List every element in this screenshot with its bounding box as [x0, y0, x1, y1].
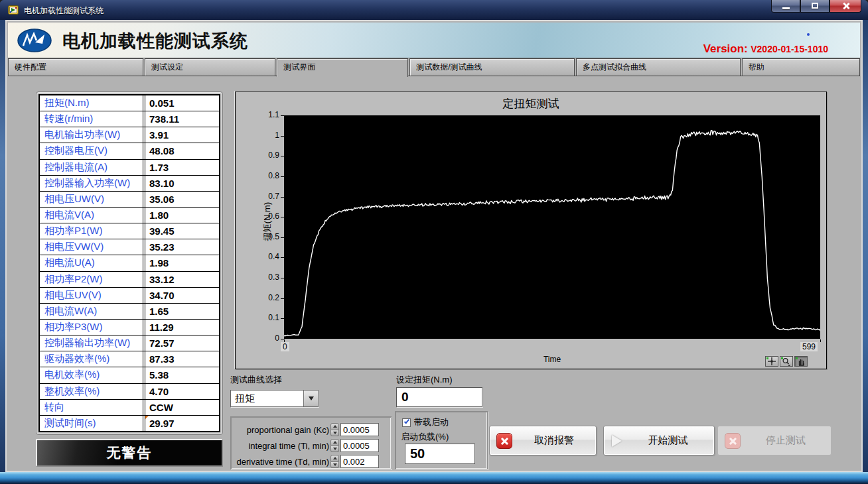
- tab[interactable]: 硬件配置: [8, 58, 143, 76]
- chevron-up-icon[interactable]: [330, 455, 339, 462]
- x-tick-label: 599: [800, 342, 818, 351]
- row-label: 控制器输出功率(W): [40, 335, 143, 351]
- y-tick-label: 0.6: [252, 212, 279, 221]
- table-row: 驱动器效率(%) 87.33: [40, 351, 219, 367]
- window-border-left: [0, 20, 5, 472]
- minimize-icon[interactable]: [771, 0, 800, 13]
- client-area: 电机加载性能测试系统 Version: V2020-01-15-1010 硬件配…: [5, 20, 863, 472]
- cancel-alarm-button[interactable]: 取消报警: [489, 426, 597, 455]
- tab-label: 硬件配置: [15, 62, 46, 72]
- table-row: 测试时间(s) 29.97: [40, 416, 219, 431]
- y-tick-mark: [281, 278, 284, 278]
- row-value: 738.11: [145, 111, 219, 127]
- y-tick-label: 0.1: [252, 313, 279, 322]
- start-load-input[interactable]: [405, 444, 475, 464]
- tab[interactable]: 帮助: [742, 58, 860, 76]
- y-tick-mark: [281, 197, 284, 198]
- row-value: 5.38: [145, 367, 219, 383]
- load-start-cluster: 带载启动 启动负载(%): [395, 411, 488, 469]
- pid-spinner[interactable]: [330, 439, 339, 452]
- check-icon: [404, 418, 409, 424]
- table-row: 扭矩(N.m) 0.051: [40, 95, 219, 111]
- pid-label: proportional gain (Kc): [231, 425, 329, 435]
- crosshair-icon[interactable]: [765, 356, 778, 367]
- pid-value-field[interactable]: 0.002: [340, 455, 379, 468]
- row-label: 相电流V(A): [40, 208, 143, 223]
- tab[interactable]: 测试界面: [277, 58, 408, 77]
- warning-banner: 无警告: [36, 439, 223, 467]
- version-text: Version: V2020-01-15-1010: [703, 42, 828, 56]
- close-icon[interactable]: [830, 0, 861, 13]
- y-tick-mark: [281, 136, 284, 137]
- red-x-icon: [496, 433, 512, 449]
- pid-row: derivative time (Td, min) 0.002: [231, 454, 391, 469]
- table-row: 整机效率(%) 4.70: [40, 384, 219, 400]
- y-tick-mark: [281, 257, 284, 258]
- y-tick-label: 0: [252, 333, 279, 343]
- curve-select-dropdown[interactable]: 扭矩: [230, 390, 319, 407]
- y-tick-mark: [281, 156, 284, 156]
- row-value: CCW: [145, 400, 219, 415]
- table-row: 相电压UW(V) 35.06: [40, 192, 219, 208]
- start-test-button[interactable]: 开始测试: [603, 426, 715, 455]
- hand-icon[interactable]: [794, 356, 808, 367]
- row-value: 87.33: [145, 351, 219, 367]
- tab-label: 多点测试拟合曲线: [583, 62, 646, 72]
- chevron-down-icon[interactable]: [330, 462, 339, 469]
- x-axis-title: Time: [284, 355, 820, 364]
- window-border-bottom: [0, 472, 868, 484]
- row-label: 电机输出功率(W): [40, 127, 143, 143]
- chevron-up-icon[interactable]: [330, 423, 339, 430]
- maximize-icon[interactable]: [800, 0, 830, 13]
- row-label: 相电流U(A): [40, 255, 143, 271]
- stop-test-button: 停止测试: [717, 426, 832, 455]
- table-row: 电机输出功率(W) 3.91: [40, 127, 219, 143]
- y-tick-mark: [281, 318, 284, 319]
- set-torque-label: 设定扭矩(N.m): [396, 374, 453, 386]
- chevron-down-icon[interactable]: [330, 446, 339, 453]
- row-value: 1.98: [145, 255, 219, 271]
- curve-select-label: 测试曲线选择: [230, 374, 282, 386]
- y-tick-mark: [281, 298, 284, 299]
- load-start-checkbox[interactable]: [402, 418, 411, 427]
- play-icon: [612, 435, 622, 447]
- pid-label: integral time (Ti, min): [231, 441, 329, 451]
- chevron-down-icon[interactable]: [303, 391, 318, 406]
- tab-label: 测试界面: [283, 62, 315, 72]
- row-label: 整机效率(%): [40, 384, 143, 399]
- start-test-label: 开始测试: [622, 434, 714, 447]
- table-row: 相功率P1(W) 39.45: [40, 223, 219, 239]
- plot-area[interactable]: [284, 115, 820, 339]
- chevron-down-icon[interactable]: [330, 430, 339, 437]
- row-label: 相功率P2(W): [40, 272, 143, 287]
- row-label: 控制器输入功率(W): [40, 176, 143, 191]
- table-row: 控制器电压(V) 48.08: [40, 143, 219, 159]
- table-row: 相电压UV(V) 34.70: [40, 288, 219, 304]
- pid-value-field[interactable]: 0.0005: [340, 439, 379, 452]
- start-load-label: 启动负载(%): [401, 431, 449, 443]
- y-tick-label: 0.3: [252, 272, 279, 282]
- measurements-panel: 扭矩(N.m) 0.051 转速(r/min) 738.11 电机输出功率(W)…: [36, 91, 223, 435]
- magnifier-icon[interactable]: [780, 356, 793, 367]
- y-tick-label: 0.9: [252, 151, 279, 160]
- table-row: 控制器输入功率(W) 83.10: [40, 176, 219, 192]
- pid-value-field[interactable]: 0.0005: [340, 423, 379, 436]
- pid-spinner[interactable]: [330, 423, 339, 436]
- measurements-table: 扭矩(N.m) 0.051 转速(r/min) 738.11 电机输出功率(W)…: [38, 94, 220, 432]
- tab[interactable]: 测试设定: [145, 58, 275, 76]
- cancel-alarm-label: 取消报警: [512, 434, 596, 447]
- row-label: 驱动器效率(%): [40, 351, 143, 367]
- caption-buttons: [771, 0, 861, 13]
- row-value: 4.70: [145, 384, 219, 399]
- titlebar[interactable]: 电机加载性能测试系统: [0, 0, 868, 20]
- pid-spinner[interactable]: [330, 455, 339, 468]
- y-tick-label: 0.8: [252, 171, 279, 180]
- row-value: 3.91: [145, 127, 219, 143]
- tab[interactable]: 测试数据/测试曲线: [409, 58, 575, 76]
- chevron-up-icon[interactable]: [330, 439, 339, 446]
- set-torque-input[interactable]: [396, 387, 482, 407]
- table-row: 转向 CCW: [40, 400, 219, 416]
- load-start-label: 带载启动: [414, 416, 449, 428]
- row-label: 测试时间(s): [40, 416, 143, 431]
- tab[interactable]: 多点测试拟合曲线: [576, 58, 741, 76]
